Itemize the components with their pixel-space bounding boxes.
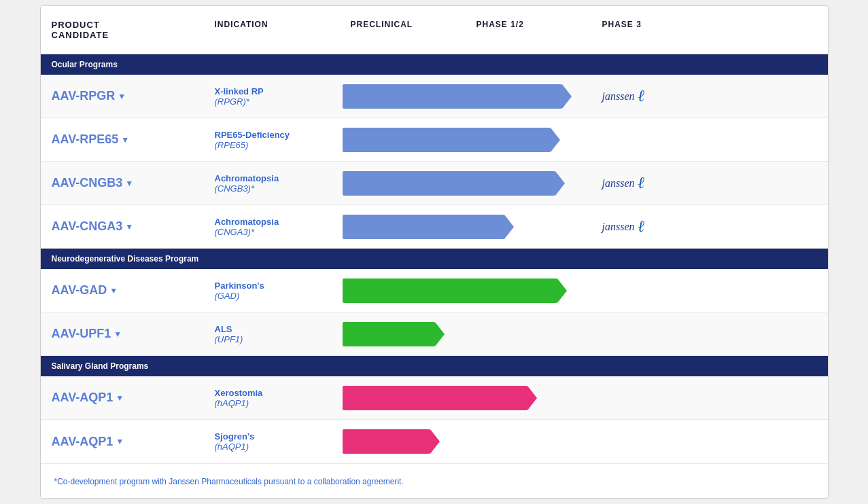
indication-name: Sjogren's bbox=[215, 431, 329, 442]
product-name: AAV-CNGB3 bbox=[52, 176, 123, 190]
janssen-logo: janssenℓ bbox=[602, 174, 645, 192]
bar-cell bbox=[340, 166, 591, 201]
phase3-cell: janssenℓ bbox=[591, 168, 717, 198]
product-name: AAV-CNGA3 bbox=[52, 219, 123, 234]
bar-cell bbox=[340, 273, 591, 308]
header-preclinical: PRECLINICAL bbox=[340, 14, 466, 46]
chevron-down-icon: ▼ bbox=[114, 329, 122, 339]
table-header: PRODUCTCANDIDATE INDICATION PRECLINICAL … bbox=[41, 6, 828, 54]
footnote-row: *Co-development program with Janssen Pha… bbox=[41, 463, 828, 498]
indication-name: ALS bbox=[215, 324, 329, 334]
bar-cell bbox=[340, 380, 591, 416]
janssen-text: janssen bbox=[602, 177, 635, 190]
header-product: PRODUCTCANDIDATE bbox=[41, 14, 204, 46]
indication-sub: (hAQP1) bbox=[215, 398, 329, 408]
bar-cell bbox=[340, 209, 591, 245]
bar-cell bbox=[340, 122, 591, 158]
janssen-logo: janssenℓ bbox=[602, 87, 645, 105]
progress-bar bbox=[343, 84, 562, 109]
janssen-text: janssen bbox=[602, 221, 635, 233]
indication-sub: (hAQP1) bbox=[215, 442, 329, 452]
janssen-text: janssen bbox=[602, 90, 635, 103]
product-cell[interactable]: AAV-AQP1 ▼ bbox=[41, 429, 204, 454]
product-name: AAV-UPF1 bbox=[52, 327, 111, 341]
phase3-cell bbox=[591, 329, 717, 340]
header-indication: INDICATION bbox=[204, 14, 340, 46]
phase3-cell bbox=[591, 393, 717, 403]
phase3-cell bbox=[591, 436, 717, 447]
pipeline-table: PRODUCTCANDIDATE INDICATION PRECLINICAL … bbox=[40, 5, 829, 499]
product-name: AAV-RPE65 bbox=[52, 132, 119, 147]
product-cell[interactable]: AAV-RPGR ▼ bbox=[41, 84, 204, 109]
table-body: Ocular ProgramsAAV-RPGR ▼X-linked RP(RPG… bbox=[41, 54, 828, 463]
section-header-0: Ocular Programs bbox=[41, 54, 828, 75]
footnote-text: *Co-development program with Janssen Pha… bbox=[54, 477, 404, 486]
phase3-cell bbox=[591, 285, 717, 296]
janssen-logo: janssenℓ bbox=[602, 217, 645, 236]
product-name: AAV-RPGR bbox=[52, 89, 116, 103]
indication-name: RPE65-Deficiency bbox=[215, 130, 329, 140]
indication-cell: Sjogren's(hAQP1) bbox=[204, 426, 340, 457]
indication-sub: (RPGR)* bbox=[215, 96, 329, 107]
product-name: AAV-GAD bbox=[52, 283, 107, 298]
chevron-down-icon: ▼ bbox=[121, 135, 129, 145]
product-cell[interactable]: AAV-RPE65 ▼ bbox=[41, 127, 204, 152]
product-cell[interactable]: AAV-CNGB3 ▼ bbox=[41, 170, 204, 196]
janssen-j-icon: ℓ bbox=[638, 174, 645, 192]
product-cell[interactable]: AAV-AQP1 ▼ bbox=[41, 385, 204, 410]
bar-cell bbox=[340, 317, 591, 352]
progress-bar bbox=[343, 128, 551, 152]
table-row: AAV-AQP1 ▼Sjogren's(hAQP1) bbox=[41, 420, 828, 463]
chevron-down-icon: ▼ bbox=[118, 92, 126, 101]
table-row: AAV-CNGB3 ▼Achromatopsia(CNGB3)*janssenℓ bbox=[41, 162, 828, 205]
header-phase3: PHASE 3 bbox=[591, 14, 717, 46]
bar-cell bbox=[340, 79, 591, 114]
indication-name: Achromatopsia bbox=[215, 217, 329, 227]
product-cell[interactable]: AAV-GAD ▼ bbox=[41, 278, 204, 303]
phase3-cell bbox=[591, 134, 717, 145]
progress-bar bbox=[343, 386, 527, 410]
table-row: AAV-GAD ▼Parkinson's(GAD) bbox=[41, 269, 828, 312]
janssen-j-icon: ℓ bbox=[638, 217, 645, 236]
product-cell[interactable]: AAV-CNGA3 ▼ bbox=[41, 214, 204, 239]
indication-cell: Parkinson's(GAD) bbox=[204, 275, 340, 306]
indication-name: Parkinson's bbox=[215, 281, 329, 291]
progress-bar bbox=[343, 322, 435, 346]
progress-bar bbox=[343, 278, 557, 303]
chevron-down-icon: ▼ bbox=[125, 222, 133, 232]
indication-sub: (GAD) bbox=[215, 291, 329, 301]
section-header-1: Neurodegenerative Diseases Program bbox=[41, 249, 828, 269]
progress-bar bbox=[343, 171, 555, 196]
product-cell[interactable]: AAV-UPF1 ▼ bbox=[41, 321, 204, 346]
table-row: AAV-CNGA3 ▼Achromatopsia(CNGA3)*janssenℓ bbox=[41, 205, 828, 249]
indication-cell: ALS(UPF1) bbox=[204, 319, 340, 350]
table-row: AAV-AQP1 ▼Xerostomia(hAQP1) bbox=[41, 376, 828, 420]
indication-cell: RPE65-Deficiency(RPE65) bbox=[204, 124, 340, 156]
janssen-j-icon: ℓ bbox=[638, 87, 645, 105]
progress-bar bbox=[343, 429, 430, 454]
indication-sub: (UPF1) bbox=[215, 334, 329, 344]
indication-name: Xerostomia bbox=[215, 388, 329, 398]
indication-sub: (RPE65) bbox=[215, 140, 329, 150]
indication-cell: Achromatopsia(CNGA3)* bbox=[204, 211, 340, 242]
chevron-down-icon: ▼ bbox=[116, 437, 124, 446]
progress-bar bbox=[343, 215, 504, 239]
chevron-down-icon: ▼ bbox=[109, 286, 118, 295]
indication-sub: (CNGB3)* bbox=[215, 183, 329, 194]
table-row: AAV-UPF1 ▼ALS(UPF1) bbox=[41, 312, 828, 356]
indication-cell: Achromatopsia(CNGB3)* bbox=[204, 168, 340, 199]
indication-sub: (CNGA3)* bbox=[215, 227, 329, 237]
chevron-down-icon: ▼ bbox=[125, 179, 133, 188]
indication-name: Achromatopsia bbox=[215, 173, 329, 183]
chevron-down-icon: ▼ bbox=[116, 393, 124, 403]
header-phase12: PHASE 1/2 bbox=[466, 14, 591, 46]
section-header-2: Salivary Gland Programs bbox=[41, 356, 828, 376]
indication-cell: Xerostomia(hAQP1) bbox=[204, 382, 340, 414]
phase3-cell: janssenℓ bbox=[591, 212, 717, 241]
indication-name: X-linked RP bbox=[215, 86, 329, 96]
table-row: AAV-RPGR ▼X-linked RP(RPGR)*janssenℓ bbox=[41, 75, 828, 118]
phase3-cell: janssenℓ bbox=[591, 82, 717, 111]
table-row: AAV-RPE65 ▼RPE65-Deficiency(RPE65) bbox=[41, 118, 828, 162]
bar-cell bbox=[340, 424, 591, 459]
indication-cell: X-linked RP(RPGR)* bbox=[204, 81, 340, 112]
